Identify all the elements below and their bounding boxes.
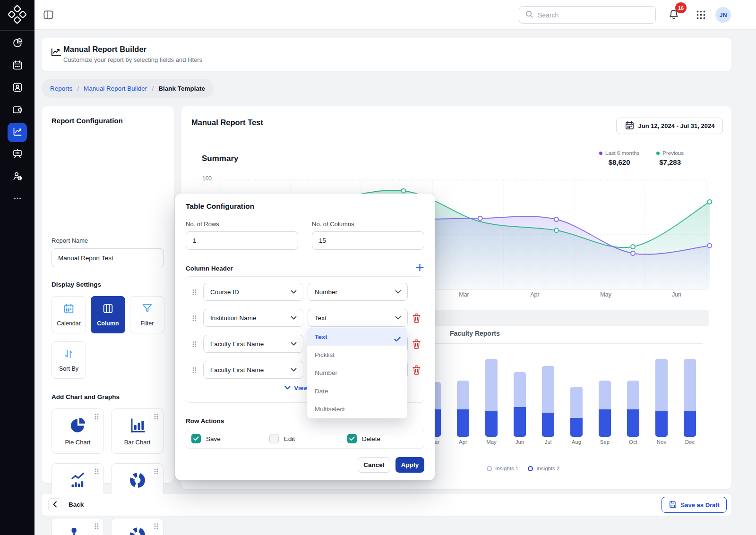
column-icon (102, 303, 114, 316)
sidebar-item-wallet[interactable] (8, 101, 27, 120)
chart-tile-donut-2[interactable]: Donut Chart (111, 518, 163, 535)
field-select[interactable]: Faculty First Name (203, 335, 303, 353)
sidebar-toggle-button[interactable] (43, 9, 54, 20)
bar-segment-insights-2 (457, 409, 469, 437)
chart-tile-pie[interactable]: Pie Chart (52, 408, 104, 454)
delete-checkbox[interactable] (347, 434, 357, 443)
bar-segment-insights-1 (684, 359, 696, 411)
pie-chart-icon (12, 37, 23, 50)
chart-tile-label: Pie Chart (52, 439, 103, 446)
bar-chart-icon (112, 416, 163, 434)
delete-row-button[interactable] (412, 313, 421, 323)
bar-segment-insights-1 (627, 381, 639, 409)
apply-button[interactable]: Apply (395, 457, 424, 473)
table-configuration-modal: Table Configuration No. of Rows No. of C… (175, 194, 435, 480)
legend-item-insights-1[interactable]: Insights 1 (487, 466, 518, 471)
search-input[interactable] (538, 11, 642, 19)
legend-value: $7,283 (659, 158, 681, 166)
save-as-draft-button[interactable]: Save as Draft (662, 497, 727, 513)
page-subtitle: Customize your report by selecting field… (63, 56, 202, 63)
bell-icon (668, 15, 680, 22)
type-select[interactable]: Text (308, 309, 408, 327)
breadcrumb-reports[interactable]: Reports (50, 85, 72, 92)
column-header-row: Institution NameText (186, 309, 424, 327)
field-select[interactable]: Institution Name (203, 309, 303, 327)
legend-dot (599, 152, 602, 155)
contact-card-icon (12, 82, 23, 94)
presentation-board-icon (12, 148, 23, 161)
field-select[interactable]: Course ID (203, 283, 303, 301)
legend-item-insights-2[interactable]: Insights 2 (528, 466, 559, 471)
report-name-input[interactable] (52, 248, 164, 267)
add-column-button[interactable] (414, 263, 425, 274)
trash-icon (412, 369, 421, 376)
x-axis-label: Sep (593, 439, 617, 445)
drag-handle-icon[interactable] (192, 340, 197, 350)
trash-icon (412, 343, 421, 350)
delete-row-button[interactable] (412, 339, 421, 349)
dropdown-option-multiselect[interactable]: Multiselect (307, 400, 407, 418)
display-option-sort-by[interactable]: Sort By (52, 341, 86, 379)
search-icon (525, 10, 533, 20)
columns-input[interactable] (312, 231, 424, 250)
checkbox-label: Delete (362, 435, 380, 442)
sidebar-item-calendar[interactable] (8, 56, 27, 76)
sidebar-item-contacts[interactable] (8, 78, 27, 98)
avatar[interactable]: JN (715, 7, 731, 23)
bar-segment-insights-1 (485, 359, 498, 411)
date-range-picker[interactable]: Jun 12, 2024 - Jul 31, 2024 (616, 118, 723, 134)
field-select[interactable]: Faculty First Name (203, 361, 303, 379)
breadcrumb-current: Blank Template (158, 85, 205, 92)
sidebar-item-presentation[interactable] (8, 145, 27, 164)
legend-item-last-6-months: Last 6 months $8,620 (599, 150, 639, 166)
chart-tile-bar[interactable]: Bar Chart (111, 408, 163, 454)
dropdown-option-number[interactable]: Number (307, 364, 407, 382)
drag-handle-icon[interactable] (192, 366, 197, 376)
display-option-column[interactable]: Column (91, 296, 125, 333)
checkbox-label: Save (206, 435, 221, 442)
row-actions-group: SaveEditDelete (186, 429, 424, 449)
dropdown-option-date[interactable]: Date (307, 382, 407, 400)
apps-grid-button[interactable] (696, 10, 706, 20)
dropdown-option-picklist[interactable]: Picklist (307, 346, 407, 364)
display-option-label: Calendar (57, 320, 81, 327)
legend-label: Insights 1 (495, 466, 518, 471)
sidebar-item-more[interactable] (8, 189, 27, 209)
footer-bar: Back Save as Draft (42, 494, 731, 516)
row-actions-label: Row Actions (186, 417, 224, 425)
legend-label: Insights 2 (536, 466, 559, 471)
delete-row-button[interactable] (412, 365, 421, 375)
modal-title: Table Configuration (186, 202, 254, 211)
back-label: Back (69, 501, 84, 508)
save-checkbox[interactable] (191, 434, 201, 443)
rows-label: No. of Rows (186, 221, 219, 228)
plus-icon (415, 266, 424, 273)
drag-handle-icon[interactable] (192, 314, 197, 324)
breadcrumb-separator: / (77, 85, 79, 92)
option-label: Multiselect (315, 406, 345, 413)
bar-segment-insights-2 (655, 411, 668, 437)
display-option-calendar[interactable]: Calendar (52, 296, 86, 333)
cancel-button[interactable]: Cancel (358, 457, 390, 473)
rows-input[interactable] (186, 231, 298, 250)
sidebar-item-admin[interactable] (8, 167, 27, 187)
edit-checkbox[interactable] (269, 434, 279, 443)
sidebar-item-reports[interactable] (8, 123, 27, 142)
breadcrumb-manual-report-builder[interactable]: Manual Report Builder (84, 85, 147, 92)
legend-label: Previous (662, 150, 684, 156)
dropdown-option-text[interactable]: Text (307, 328, 407, 346)
x-axis-label: Mar (447, 291, 481, 298)
back-button[interactable] (48, 498, 61, 511)
drag-handle-icon[interactable] (192, 289, 197, 298)
x-axis-label: Jul (536, 439, 560, 445)
report-builder-icon (50, 46, 62, 59)
option-label: Number (315, 369, 337, 376)
type-select[interactable]: Number (308, 283, 408, 301)
display-option-filter[interactable]: Filter (130, 296, 164, 333)
chart-tile-node[interactable]: Line Chart (52, 518, 104, 535)
sidebar-item-analytics[interactable] (8, 34, 27, 53)
column-header-label: Column Header (186, 265, 233, 272)
bar-segment-insights-2 (542, 413, 554, 437)
save-icon (669, 500, 677, 510)
search-box (519, 6, 656, 24)
